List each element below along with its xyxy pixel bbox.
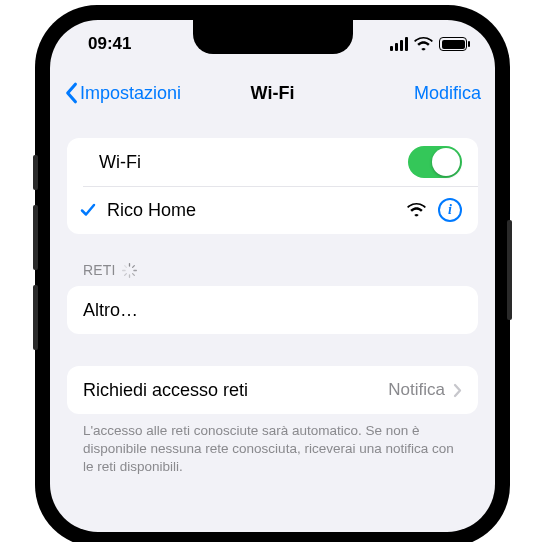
wifi-toggle-row: Wi-Fi (67, 138, 478, 186)
edit-button[interactable]: Modifica (414, 83, 481, 104)
other-network-label: Altro… (83, 300, 462, 321)
chevron-right-icon (453, 383, 462, 398)
battery-icon (439, 37, 467, 51)
svg-rect-6 (122, 269, 126, 270)
power-button (507, 220, 512, 320)
checkmark-icon (79, 201, 99, 219)
svg-rect-7 (123, 264, 127, 268)
wifi-group: Wi-Fi Rico Home i (67, 138, 478, 234)
volume-down (33, 285, 38, 350)
info-button[interactable]: i (438, 198, 462, 222)
spinner-icon (122, 263, 137, 278)
ask-group: Richiedi accesso reti Notifica (67, 366, 478, 414)
wifi-toggle[interactable] (408, 146, 462, 178)
svg-rect-2 (133, 269, 137, 270)
connected-network-name: Rico Home (107, 200, 407, 221)
ask-label: Richiedi accesso reti (83, 380, 388, 401)
connected-network-row[interactable]: Rico Home i (67, 186, 478, 234)
navigation-bar: Impostazioni Wi-Fi Modifica (50, 68, 495, 118)
networks-header-label: RETI (83, 262, 116, 278)
networks-group: Altro… (67, 286, 478, 334)
other-network-row[interactable]: Altro… (67, 286, 478, 334)
ask-footer-text: L'accesso alle reti conosciute sarà auto… (67, 414, 478, 477)
svg-rect-5 (123, 272, 127, 276)
svg-rect-0 (129, 263, 130, 267)
volume-up (33, 205, 38, 270)
status-time: 09:41 (88, 34, 131, 54)
networks-header: RETI (67, 234, 478, 286)
wifi-status-icon (414, 37, 433, 51)
svg-rect-1 (131, 264, 135, 268)
back-button[interactable]: Impostazioni (64, 82, 181, 104)
chevron-left-icon (64, 82, 78, 104)
ask-value: Notifica (388, 380, 445, 400)
cellular-icon (390, 37, 409, 51)
back-label: Impostazioni (80, 83, 181, 104)
wifi-label: Wi-Fi (99, 152, 408, 173)
svg-rect-4 (129, 274, 130, 278)
wifi-signal-icon (407, 203, 426, 217)
notch (193, 20, 353, 54)
phone-frame: 09:41 Impostazioni Wi-Fi Modifica Wi-Fi (35, 5, 510, 542)
mute-switch (33, 155, 38, 190)
svg-rect-3 (131, 272, 135, 276)
ask-to-join-row[interactable]: Richiedi accesso reti Notifica (67, 366, 478, 414)
